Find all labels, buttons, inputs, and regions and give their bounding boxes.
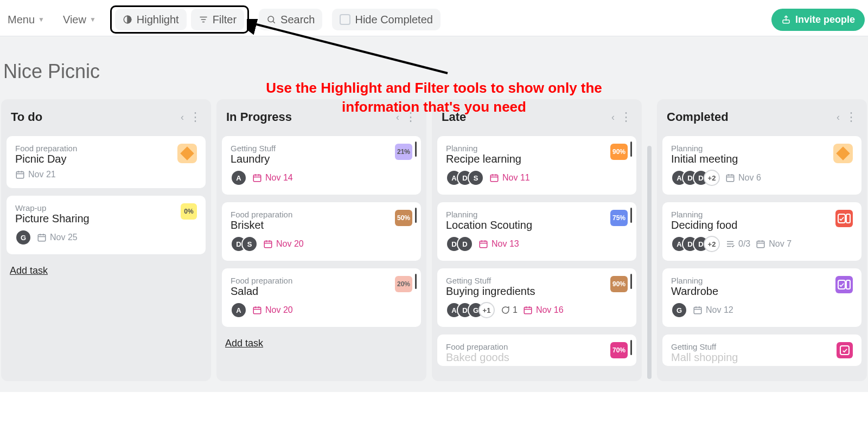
column-title: In Progress: [226, 110, 292, 124]
calendar-icon: [252, 305, 262, 315]
card-date: Nov 13: [478, 239, 519, 249]
avatar-more: +2: [704, 170, 720, 186]
highlight-button[interactable]: Highlight: [115, 9, 187, 30]
progress-badge: 75%: [610, 210, 628, 226]
svg-rect-32: [480, 241, 487, 248]
svg-rect-24: [253, 307, 261, 314]
task-card[interactable]: Getting Stuff Buying ingredients 90% A D…: [437, 268, 636, 327]
checklist-progress: 0/3: [725, 239, 750, 249]
card-title: Picture Sharing: [15, 213, 90, 225]
column-prev-icon[interactable]: ‹: [611, 112, 615, 123]
card-date: Nov 16: [523, 305, 564, 315]
task-card[interactable]: Getting Stuff Mall shopping: [662, 334, 861, 366]
task-card[interactable]: Wrap-up Picture Sharing 0% G Nov 25: [7, 196, 206, 254]
search-button[interactable]: Search: [259, 9, 322, 30]
invite-people-button[interactable]: Invite people: [771, 9, 865, 31]
task-card[interactable]: Planning Deciding food A D D +2: [662, 202, 861, 261]
filter-label: Filter: [213, 14, 237, 26]
avatars: G: [15, 229, 31, 246]
add-task-button[interactable]: Add task: [222, 334, 266, 352]
hide-completed-toggle[interactable]: Hide Completed: [332, 9, 440, 30]
avatar: S: [241, 236, 258, 252]
priority-badge: [833, 144, 853, 163]
calendar-icon: [693, 305, 703, 315]
task-card[interactable]: Planning Wardrobe G Nov 12: [662, 268, 861, 327]
card-title: Wardrobe: [671, 285, 718, 298]
card-date: Nov 25: [37, 233, 78, 242]
calendar-icon: [252, 173, 262, 183]
done-badge: [835, 276, 853, 293]
svg-rect-20: [264, 241, 272, 248]
hide-completed-label: Hide Completed: [355, 14, 432, 26]
column-menu-icon[interactable]: ⋮: [189, 110, 201, 124]
column-completed: Completed ‹ ⋮ Planning Initial meeting A: [657, 99, 867, 381]
card-category: Wrap-up: [15, 203, 90, 213]
column-prev-icon[interactable]: ‹: [837, 112, 840, 123]
task-card[interactable]: Getting Stuff Laundry 21% A Nov 14: [222, 136, 421, 195]
card-category: Getting Stuff: [671, 342, 738, 351]
search-icon: [266, 15, 276, 24]
card-title: Brisket: [231, 219, 292, 231]
task-card[interactable]: Planning Recipe learning 90% A D S Nov 1…: [437, 136, 636, 195]
board: Nice Picnic To do ‹ ⋮ Food preparation P…: [0, 36, 868, 392]
view-dropdown[interactable]: View ▼: [59, 10, 100, 29]
card-date: Nov 14: [252, 173, 293, 183]
task-card[interactable]: Food preparation Brisket 50% D S Nov 20: [222, 202, 421, 261]
svg-line-5: [273, 21, 275, 23]
column-menu-icon[interactable]: ⋮: [845, 110, 857, 124]
card-category: Planning: [671, 276, 718, 285]
card-title: Baked goods: [446, 351, 509, 364]
task-card[interactable]: Planning Initial meeting A D D +2 Nov 6: [662, 136, 861, 195]
card-category: Food preparation: [231, 276, 292, 285]
avatar: D: [457, 236, 473, 252]
card-category: Planning: [671, 144, 738, 153]
filter-icon: [199, 15, 208, 24]
task-card[interactable]: Food preparation Baked goods 70%: [437, 334, 636, 366]
priority-badge: [177, 144, 197, 163]
card-date: Nov 20: [263, 239, 304, 249]
card-date: Nov 20: [252, 305, 293, 315]
chevron-down-icon: ▼: [38, 16, 44, 23]
calendar-icon: [523, 305, 533, 315]
done-badge: [835, 210, 853, 227]
calendar-icon: [489, 173, 499, 183]
card-date: Nov 12: [693, 305, 733, 315]
column-inprogress: In Progress ‹ ⋮ Getting Stuff Laundry 21…: [216, 99, 426, 381]
avatar: G: [15, 229, 31, 246]
task-card[interactable]: Planning Location Scouting 75% D D Nov 1…: [437, 202, 636, 261]
card-title: Buying ingredients: [446, 285, 535, 298]
column-prev-icon[interactable]: ‹: [181, 112, 184, 123]
menu-dropdown[interactable]: Menu ▼: [3, 10, 49, 29]
filter-button[interactable]: Filter: [191, 9, 244, 30]
calendar-icon: [15, 170, 25, 179]
calendar-icon: [756, 239, 765, 249]
progress-badge: 90%: [610, 276, 628, 292]
card-date: Nov 11: [489, 173, 530, 183]
svg-point-4: [268, 16, 274, 22]
svg-rect-28: [490, 175, 498, 182]
comment-count: 1: [500, 305, 518, 315]
columns: To do ‹ ⋮ Food preparation Picnic Day: [0, 99, 868, 381]
card-title: Picnic Day: [15, 153, 77, 165]
add-task-button[interactable]: Add task: [7, 262, 51, 280]
card-date: Nov 21: [15, 170, 56, 179]
task-card[interactable]: Food preparation Salad 20% A Nov 20: [222, 268, 421, 327]
card-category: Planning: [671, 210, 737, 219]
column-menu-icon[interactable]: ⋮: [405, 110, 417, 124]
column-title: Late: [442, 110, 466, 124]
vertical-scrollbar[interactable]: [647, 146, 652, 379]
highlight-filter-callout: Highlight Filter: [110, 5, 249, 34]
column-prev-icon[interactable]: ‹: [396, 112, 399, 123]
column-menu-icon[interactable]: ⋮: [620, 110, 632, 124]
avatar: A: [231, 170, 247, 186]
column-late: Late ‹ ⋮ Planning Recipe learning 90%: [432, 99, 642, 381]
task-card[interactable]: Food preparation Picnic Day Nov 21: [7, 136, 206, 188]
card-category: Planning: [446, 144, 521, 153]
svg-rect-47: [757, 241, 765, 248]
column-title: To do: [11, 110, 42, 124]
calendar-icon: [725, 173, 735, 183]
card-date: Nov 7: [756, 239, 792, 249]
svg-rect-40: [726, 175, 734, 182]
done-badge: [837, 342, 853, 358]
card-title: Salad: [231, 285, 292, 298]
